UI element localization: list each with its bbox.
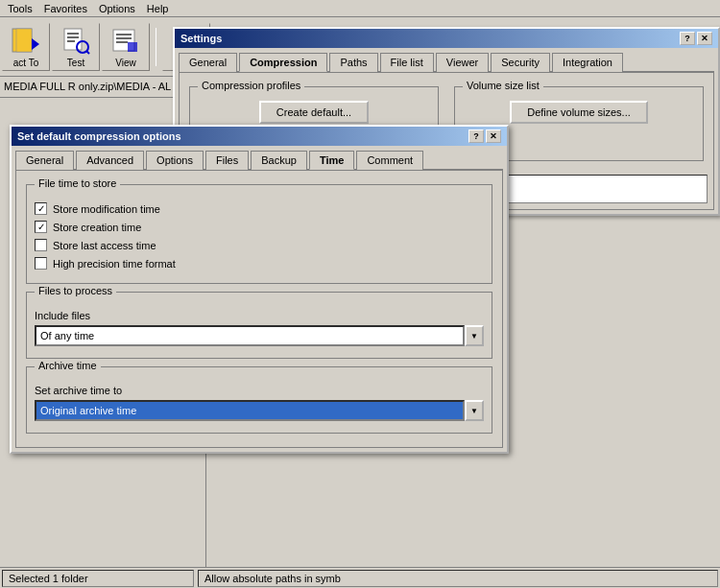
separator1 <box>156 28 156 66</box>
checkbox-creation-input[interactable]: ✓ <box>35 221 47 233</box>
inner-title: Set default compression options <box>17 130 181 142</box>
archive-time-label: Archive time <box>35 360 101 371</box>
include-files-label: Include files <box>35 310 484 321</box>
status-bottom: Allow absolute paths in symb <box>198 570 718 587</box>
inner-dialog: Set default compression options ? ✕ Gene… <box>10 125 509 454</box>
help-button[interactable]: ? <box>680 32 695 45</box>
inner-content: File time to store ✓ Store modification … <box>15 170 503 448</box>
inner-titlebar[interactable]: Set default compression options ? ✕ <box>12 127 507 146</box>
files-to-process-section: Files to process Include files Of any ti… <box>26 292 492 359</box>
file-time-section: File time to store ✓ Store modification … <box>26 184 492 284</box>
tab-paths[interactable]: Paths <box>329 53 377 72</box>
checkbox-access: Store last access time <box>35 239 484 251</box>
checkbox-access-input[interactable] <box>35 239 47 251</box>
inner-tabs: General Advanced Options Files Backup Ti… <box>12 146 507 170</box>
inner-tab-general[interactable]: General <box>15 151 74 170</box>
define-volume-sizes-button[interactable]: Define volume sizes... <box>510 101 648 124</box>
settings-title: Settings <box>180 33 222 44</box>
status-bar: Selected 1 folder Allow absolute paths i… <box>0 567 720 588</box>
extract-icon <box>11 25 41 56</box>
svg-rect-3 <box>64 29 82 50</box>
checkbox-modification-label: Store modification time <box>53 203 160 215</box>
inner-tab-time[interactable]: Time <box>309 151 354 170</box>
inner-tab-advanced[interactable]: Advanced <box>76 151 144 170</box>
titlebar-controls: ? ✕ <box>680 32 712 45</box>
archive-time-value: Original archive time <box>35 400 465 421</box>
tab-security[interactable]: Security <box>491 53 550 72</box>
view-button[interactable]: View <box>102 23 150 71</box>
archive-time-section: Archive time Set archive time to Origina… <box>26 366 492 434</box>
menu-tools[interactable]: Tools <box>2 1 38 16</box>
status-text: Selected 1 folder <box>2 570 194 587</box>
settings-titlebar[interactable]: Settings ? ✕ <box>175 29 718 48</box>
inner-help-button[interactable]: ? <box>468 129 484 143</box>
settings-tabs: General Compression Paths File list View… <box>175 48 718 72</box>
inner-tab-backup[interactable]: Backup <box>251 151 307 170</box>
test-label: Test <box>67 58 84 68</box>
svg-marker-2 <box>32 38 39 50</box>
create-default-button[interactable]: Create default... <box>259 101 369 124</box>
inner-tab-files[interactable]: Files <box>205 151 249 170</box>
file-time-label: File time to store <box>35 177 120 189</box>
set-archive-time-label: Set archive time to <box>35 385 484 396</box>
include-files-value: Of any time <box>35 325 465 346</box>
menu-bar: Tools Favorites Options Help <box>0 0 720 17</box>
volume-size-label: Volume size list <box>463 80 543 91</box>
inner-tab-comment[interactable]: Comment <box>356 151 423 170</box>
checkbox-modification: ✓ Store modification time <box>35 202 484 215</box>
svg-line-8 <box>86 51 89 54</box>
menu-help[interactable]: Help <box>141 1 175 16</box>
files-to-process-label: Files to process <box>35 285 116 296</box>
tab-general[interactable]: General <box>179 53 237 72</box>
inner-tab-options[interactable]: Options <box>146 151 204 170</box>
tab-compression[interactable]: Compression <box>239 53 327 72</box>
test-icon <box>60 25 91 56</box>
filepath-text: MEDIA FULL R only.zip\MEDIA - AL <box>4 81 171 92</box>
checkbox-precision: High precision time format <box>35 257 484 270</box>
extract-label: act To <box>13 58 39 68</box>
svg-rect-13 <box>128 42 137 52</box>
checkbox-precision-input[interactable] <box>35 257 47 270</box>
tab-filelist[interactable]: File list <box>380 53 434 72</box>
menu-options[interactable]: Options <box>93 1 141 16</box>
checkbox-creation: ✓ Store creation time <box>35 221 484 233</box>
svg-rect-1 <box>16 29 32 52</box>
main-window: Tools Favorites Options Help act To <box>0 0 720 588</box>
test-button[interactable]: Test <box>52 23 100 71</box>
close-button[interactable]: ✕ <box>697 32 712 45</box>
menu-favorites[interactable]: Favorites <box>38 1 93 16</box>
checkbox-precision-label: High precision time format <box>53 258 176 270</box>
inner-titlebar-controls: ? ✕ <box>468 129 501 143</box>
view-icon <box>110 25 141 56</box>
extract-button[interactable]: act To <box>2 23 50 71</box>
checkbox-access-label: Store last access time <box>53 240 156 251</box>
tab-viewer[interactable]: Viewer <box>436 53 489 72</box>
checkbox-modification-input[interactable]: ✓ <box>35 202 47 215</box>
compression-profiles-label: Compression profiles <box>198 80 304 91</box>
archive-time-dropdown[interactable]: ▼ <box>465 400 484 421</box>
tab-integration[interactable]: Integration <box>552 53 623 72</box>
inner-close-button[interactable]: ✕ <box>486 129 501 143</box>
include-files-dropdown[interactable]: ▼ <box>465 325 484 346</box>
checkbox-creation-label: Store creation time <box>53 222 141 233</box>
view-label: View <box>115 58 136 68</box>
